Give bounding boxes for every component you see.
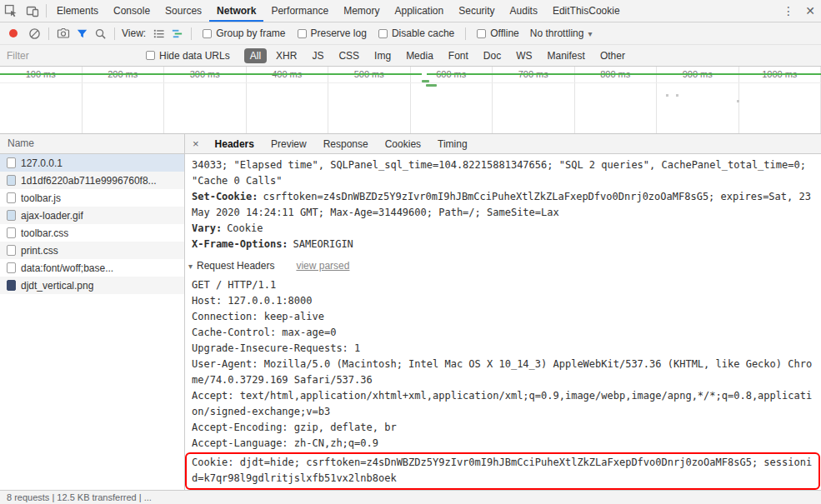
raw-header-line: Accept: text/html,application/xhtml+xml,… xyxy=(192,388,814,420)
filter-pill-all[interactable]: All xyxy=(244,48,267,63)
timeline-grid: 100 ms 200 ms 300 ms 400 ms 500 ms 600 m… xyxy=(0,67,821,133)
raw-header-line: Upgrade-Insecure-Requests: 1 xyxy=(192,341,814,357)
tab-console[interactable]: Console xyxy=(106,0,158,22)
main-tab-bar: Elements Console Sources Network Perform… xyxy=(0,0,821,22)
request-name: toolbar.css xyxy=(21,227,68,239)
raw-header-line: Accept-Encoding: gzip, deflate, br xyxy=(192,420,814,436)
close-devtools-icon[interactable]: ✕ xyxy=(799,0,821,22)
screenshot-camera-icon[interactable] xyxy=(54,24,73,42)
tab-response[interactable]: Response xyxy=(315,134,377,153)
checkbox-box xyxy=(146,51,155,60)
filter-pill-font[interactable]: Font xyxy=(443,48,474,63)
panel-tabs: Elements Console Sources Network Perform… xyxy=(49,0,628,22)
divider xyxy=(465,27,466,40)
request-row-print-css[interactable]: print.css xyxy=(0,242,184,259)
filter-input[interactable] xyxy=(7,50,140,62)
tab-application[interactable]: Application xyxy=(387,0,451,22)
tab-sources[interactable]: Sources xyxy=(158,0,209,22)
tab-network[interactable]: Network xyxy=(209,0,263,22)
timeline-tick: 100 ms xyxy=(0,67,83,133)
divider xyxy=(191,27,192,40)
tab-security[interactable]: Security xyxy=(451,0,502,22)
checkbox-label: Offline xyxy=(490,27,518,39)
filter-funnel-icon[interactable] xyxy=(73,24,91,42)
waterfall-view-icon[interactable] xyxy=(168,24,186,42)
script-icon xyxy=(7,192,16,203)
filter-pill-xhr[interactable]: XHR xyxy=(270,48,303,63)
status-summary: 8 requests | 12.5 KB transferred | ... xyxy=(7,492,152,502)
filter-pill-ws[interactable]: WS xyxy=(510,48,538,63)
filter-pill-other[interactable]: Other xyxy=(594,48,631,63)
group-by-frame-checkbox[interactable]: Group by frame xyxy=(203,27,285,39)
tab-audits[interactable]: Audits xyxy=(503,0,545,22)
filter-pill-js[interactable]: JS xyxy=(306,48,329,63)
request-row-toolbar-css[interactable]: toolbar.css xyxy=(0,224,184,242)
waterfall-mark xyxy=(422,80,429,82)
request-row-djdt-vertical-png[interactable]: djdt_vertical.png xyxy=(0,277,184,294)
header-name: Set-Cookie: xyxy=(192,191,258,202)
search-icon[interactable] xyxy=(91,24,109,42)
tab-preview[interactable]: Preview xyxy=(263,134,315,153)
request-row-ajax-loader-gif[interactable]: ajax-loader.gif xyxy=(0,207,184,224)
checkbox-label: Preserve log xyxy=(311,27,367,39)
filter-pill-media[interactable]: Media xyxy=(400,48,439,63)
document-icon xyxy=(7,157,16,168)
header-name: X-Frame-Options: xyxy=(192,238,288,250)
disclosure-triangle-icon[interactable]: ▾ xyxy=(188,258,193,274)
disable-cache-checkbox[interactable]: Disable cache xyxy=(378,27,454,39)
network-overview[interactable]: 100 ms 200 ms 300 ms 400 ms 500 ms 600 m… xyxy=(0,67,821,134)
throttling-value: No throttling xyxy=(530,27,584,39)
checkbox-label: Hide data URLs xyxy=(159,50,230,62)
hide-data-urls-checkbox[interactable]: Hide data URLs xyxy=(146,50,230,62)
request-row-data-font-woff[interactable]: data:font/woff;base... xyxy=(0,259,184,277)
image-icon xyxy=(7,210,16,221)
headers-content[interactable]: 34033; "Elapsed time", SQLPanel_sql_time… xyxy=(185,154,821,490)
request-row-127-0-0-1[interactable]: 127.0.0.1 xyxy=(0,154,184,172)
filter-pill-doc[interactable]: Doc xyxy=(478,48,507,63)
request-headers-section: ▾ Request Headers view parsed xyxy=(188,258,814,274)
response-header-overflow: 34033; "Elapsed time", SQLPanel_sql_time… xyxy=(192,157,814,189)
timeline-tick: 400 ms xyxy=(247,67,329,133)
tab-elements[interactable]: Elements xyxy=(49,0,106,22)
throttling-dropdown[interactable]: No throttling ▾ xyxy=(530,27,593,39)
raw-header-line: GET / HTTP/1.1 xyxy=(192,277,814,293)
requests-sidebar: Name 127.0.0.1 1d1df6220ab711e9996760f8.… xyxy=(0,134,185,490)
filter-pill-img[interactable]: Img xyxy=(368,48,397,63)
tab-memory[interactable]: Memory xyxy=(336,0,387,22)
checkbox-box xyxy=(477,29,486,38)
cookie-header-line: Cookie: djdt=hide; csrftoken=z4sDnWBZDz5… xyxy=(192,455,814,487)
devtools-window: Elements Console Sources Network Perform… xyxy=(0,0,821,504)
name-column-header[interactable]: Name xyxy=(0,134,184,154)
network-toolbar: View: Group by frame Preserve log Disabl… xyxy=(0,22,821,45)
request-name: toolbar.js xyxy=(21,192,61,204)
timeline-green-line xyxy=(0,73,422,75)
request-row-1d1df6220[interactable]: 1d1df6220ab711e9996760f8... xyxy=(0,172,184,189)
request-name: 1d1df6220ab711e9996760f8... xyxy=(21,175,157,187)
request-row-toolbar-js[interactable]: toolbar.js xyxy=(0,189,184,207)
filter-pill-css[interactable]: CSS xyxy=(333,48,365,63)
record-button[interactable] xyxy=(9,29,18,37)
offline-checkbox[interactable]: Offline xyxy=(477,27,518,39)
checkbox-label: Group by frame xyxy=(216,27,285,39)
preserve-log-checkbox[interactable]: Preserve log xyxy=(298,27,367,39)
checkbox-box xyxy=(378,29,388,38)
timeline-tick: 600 ms xyxy=(411,67,493,133)
clear-icon[interactable] xyxy=(25,24,43,42)
tab-cookies[interactable]: Cookies xyxy=(377,134,429,153)
tab-timing[interactable]: Timing xyxy=(429,134,476,153)
inspect-element-icon[interactable] xyxy=(0,0,22,22)
tab-headers[interactable]: Headers xyxy=(207,134,263,153)
waterfall-mark xyxy=(737,100,739,102)
device-toolbar-icon[interactable] xyxy=(22,0,43,22)
raw-header-line: Accept-Language: zh-CN,zh;q=0.9 xyxy=(192,436,814,452)
view-parsed-link[interactable]: view parsed xyxy=(296,258,349,274)
close-details-icon[interactable]: × xyxy=(185,137,207,150)
font-icon xyxy=(7,262,16,273)
kebab-menu-icon[interactable]: ⋮ xyxy=(778,0,799,22)
timeline-tick: 700 ms xyxy=(493,67,575,133)
raw-header-line: Host: 127.0.0.1:8000 xyxy=(192,293,814,309)
tab-editthiscookie[interactable]: EditThisCookie xyxy=(545,0,628,22)
list-view-icon[interactable] xyxy=(149,24,168,42)
tab-performance[interactable]: Performance xyxy=(263,0,336,22)
filter-pill-manifest[interactable]: Manifest xyxy=(542,48,591,63)
